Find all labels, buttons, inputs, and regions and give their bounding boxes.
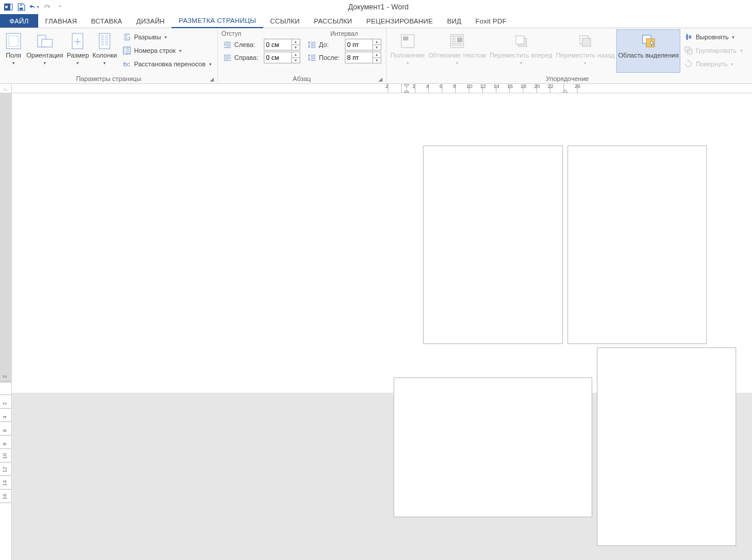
horizontal-ruler[interactable]: 224681012141618202226 — [12, 84, 752, 93]
chevron-down-icon: ▾ — [103, 60, 106, 66]
margins-button[interactable]: Поля ▾ — [2, 29, 25, 73]
line-numbers-button[interactable]: Номера строк ▾ — [120, 44, 213, 57]
svg-rect-9 — [99, 33, 110, 49]
word-app-icon[interactable] — [2, 1, 14, 13]
redo-icon[interactable] — [41, 1, 53, 13]
breaks-label: Разрывы — [134, 33, 161, 41]
save-icon[interactable] — [15, 1, 27, 13]
line-numbers-label: Номера строк — [134, 47, 176, 54]
orientation-label: Ориентация — [26, 52, 63, 59]
margins-label: Поля — [6, 52, 21, 59]
step-down-icon[interactable]: ▼ — [373, 45, 381, 50]
chevron-down-icon: ▾ — [209, 62, 212, 67]
ruler-corner[interactable]: ∟ — [0, 84, 12, 93]
group-paragraph: Отступ Слева: ▲▼ Справа: ▲▼ — [218, 28, 387, 83]
spacing-heading: Интервал — [306, 29, 382, 38]
spacing-after-label: После: — [319, 54, 343, 61]
step-down-icon[interactable]: ▼ — [292, 58, 300, 63]
forward-button: Переместить вперед ▾ — [488, 29, 554, 73]
qat-customize-icon[interactable]: ⁼ — [54, 1, 66, 13]
step-down-icon[interactable]: ▼ — [292, 45, 300, 50]
indent-left-input[interactable] — [264, 39, 291, 50]
indent-right-input[interactable] — [264, 52, 291, 63]
paragraph-launcher-icon[interactable]: ◢ — [377, 75, 385, 83]
step-down-icon[interactable]: ▼ — [373, 58, 381, 63]
align-button[interactable]: Выровнять ▾ — [682, 31, 745, 43]
bring-forward-icon — [512, 32, 531, 50]
chevron-down-icon: ▾ — [731, 62, 733, 67]
svg-rect-1 — [10, 4, 12, 10]
columns-label: Колонки — [92, 52, 117, 59]
shape-rect[interactable] — [394, 377, 592, 517]
shape-rect[interactable] — [568, 146, 707, 344]
spacing-before-label: До: — [319, 41, 343, 48]
chevron-down-icon: ▾ — [584, 60, 586, 66]
indent-left-label: Слева: — [234, 41, 261, 48]
send-backward-icon — [576, 32, 595, 50]
step-up-icon[interactable]: ▲ — [292, 52, 300, 58]
rotate-label: Повернуть — [696, 60, 727, 68]
shape-rect[interactable] — [597, 348, 736, 546]
tab-view[interactable]: ВИД — [440, 14, 468, 28]
step-up-icon[interactable]: ▲ — [373, 39, 381, 45]
chevron-down-icon: ▾ — [43, 60, 46, 66]
spacing-before-icon — [307, 40, 317, 49]
step-up-icon[interactable]: ▲ — [292, 39, 300, 45]
indent-right-spinner[interactable]: ▲▼ — [264, 52, 300, 63]
page-setup-launcher-icon[interactable]: ◢ — [208, 75, 216, 83]
svg-rect-7 — [42, 39, 52, 47]
group-arrange: Положение ▾ Обтекание текстом ▾ Перемест… — [387, 28, 748, 83]
chevron-down-icon: ▾ — [732, 35, 734, 40]
tab-review[interactable]: РЕЦЕНЗИРОВАНИЕ — [360, 14, 440, 28]
tab-foxit[interactable]: Foxit PDF — [468, 14, 513, 28]
ribbon-tabs: ФАЙЛ ГЛАВНАЯ ВСТАВКА ДИЗАЙН РАЗМЕТКА СТР… — [0, 14, 752, 28]
step-up-icon[interactable]: ▲ — [373, 52, 381, 58]
breaks-button[interactable]: Разрывы ▾ — [120, 31, 213, 43]
chevron-down-icon: ▾ — [456, 60, 458, 66]
ruler-right-marker-icon[interactable] — [562, 84, 567, 93]
svg-rect-13 — [403, 36, 408, 41]
hyphenation-icon: bc — [122, 59, 132, 69]
tab-insert[interactable]: ВСТАВКА — [84, 14, 129, 28]
rotate-icon — [684, 59, 693, 69]
backward-label: Переместить назад — [556, 52, 615, 59]
spacing-after-input[interactable] — [345, 52, 372, 63]
tab-layout[interactable]: РАЗМЕТКА СТРАНИЦЫ — [172, 14, 263, 28]
indent-left-icon — [223, 40, 232, 49]
chevron-down-icon: ▾ — [407, 60, 409, 66]
spacing-after-spinner[interactable]: ▲▼ — [345, 52, 381, 63]
spacing-after-icon — [307, 53, 317, 62]
group-paragraph-title: Абзац — [293, 75, 311, 82]
selection-pane-icon — [639, 32, 658, 50]
columns-button[interactable]: Колонки ▾ — [90, 29, 119, 73]
orientation-button[interactable]: Ориентация ▾ — [25, 29, 65, 73]
svg-rect-19 — [582, 38, 590, 46]
shape-rect[interactable] — [423, 146, 563, 344]
spacing-before-spinner[interactable]: ▲▼ — [345, 39, 381, 50]
svg-rect-15 — [457, 38, 462, 42]
tab-design[interactable]: ДИЗАЙН — [129, 14, 172, 28]
undo-icon[interactable]: ▾ — [28, 1, 40, 13]
position-button: Положение ▾ — [389, 29, 427, 73]
tab-file[interactable]: ФАЙЛ — [0, 14, 38, 28]
orientation-icon — [35, 32, 54, 50]
size-button[interactable]: Размер ▾ — [65, 29, 90, 73]
chevron-down-icon: ▾ — [164, 35, 167, 40]
hyphenation-button[interactable]: bc Расстановка переносов ▾ — [120, 58, 213, 70]
chevron-down-icon: ▾ — [76, 60, 79, 66]
tab-references[interactable]: ССЫЛКИ — [263, 14, 307, 28]
indent-heading: Отступ — [221, 29, 301, 38]
rotate-button: Повернуть ▾ — [682, 58, 745, 70]
spacing-before-input[interactable] — [345, 39, 372, 50]
vertical-ruler[interactable]: 2246810121416 — [0, 93, 12, 560]
tab-home[interactable]: ГЛАВНАЯ — [38, 14, 84, 28]
document-canvas[interactable] — [12, 93, 752, 560]
margins-icon — [4, 32, 23, 50]
forward-label: Переместить вперед — [489, 52, 552, 59]
selection-pane-button[interactable]: Область выделения — [616, 29, 680, 73]
ruler-indent-marker-icon[interactable] — [404, 84, 408, 93]
tab-mailings[interactable]: РАССЫЛКИ — [307, 14, 359, 28]
indent-left-spinner[interactable]: ▲▼ — [264, 39, 300, 50]
svg-rect-23 — [689, 35, 691, 39]
chevron-down-icon: ▾ — [520, 60, 522, 66]
